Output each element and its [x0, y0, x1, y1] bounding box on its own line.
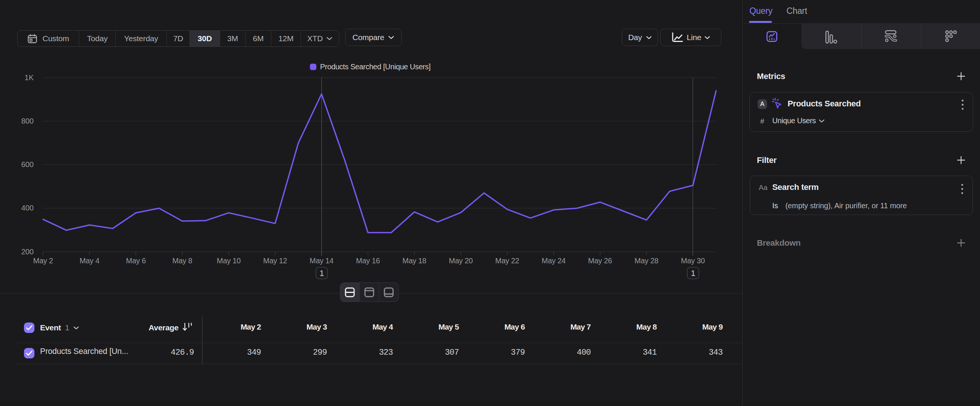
- svg-text:May 20: May 20: [449, 256, 473, 265]
- svg-text:May 8: May 8: [173, 256, 192, 265]
- svg-text:400: 400: [21, 204, 34, 212]
- svg-text:800: 800: [21, 117, 34, 125]
- svg-text:May 28: May 28: [635, 256, 659, 265]
- svg-text:200: 200: [21, 248, 34, 256]
- svg-text:May 30: May 30: [681, 256, 705, 265]
- svg-text:May 6: May 6: [126, 256, 146, 265]
- svg-text:May 18: May 18: [402, 256, 426, 265]
- svg-text:1: 1: [690, 269, 695, 278]
- svg-text:May 16: May 16: [356, 256, 380, 265]
- svg-text:600: 600: [21, 160, 34, 169]
- svg-text:May 2: May 2: [33, 256, 53, 265]
- svg-text:May 4: May 4: [80, 256, 100, 265]
- svg-text:1: 1: [319, 269, 324, 278]
- svg-text:May 22: May 22: [495, 256, 519, 265]
- svg-text:1K: 1K: [25, 73, 34, 82]
- svg-text:May 26: May 26: [588, 256, 612, 265]
- svg-text:May 10: May 10: [217, 256, 241, 265]
- svg-text:May 12: May 12: [263, 256, 287, 265]
- svg-text:May 24: May 24: [542, 256, 566, 265]
- svg-text:May 14: May 14: [310, 256, 334, 265]
